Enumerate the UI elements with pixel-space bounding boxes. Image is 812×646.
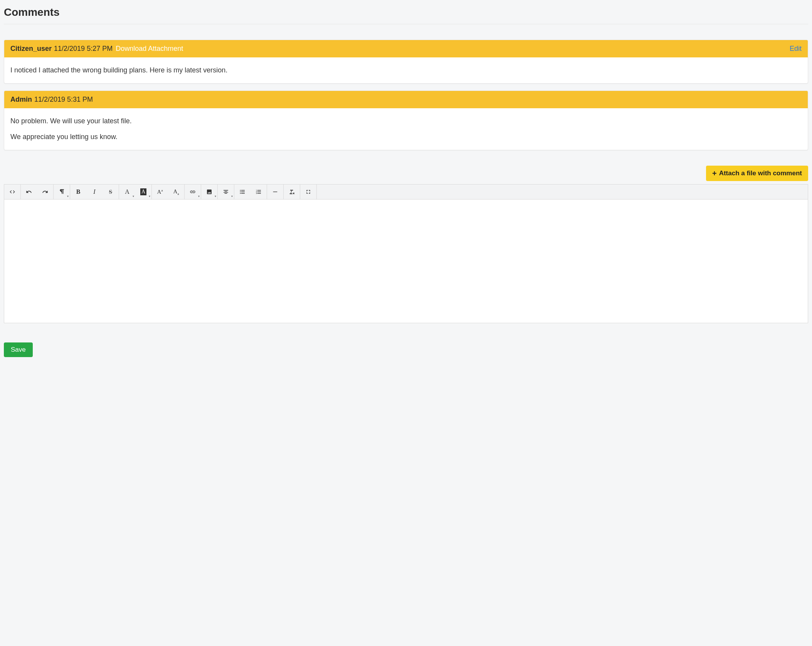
text-color-icon: A xyxy=(125,188,129,195)
ordered-list-icon xyxy=(256,189,262,195)
comment-text: We appreciate you letting us know. xyxy=(10,132,802,142)
chevron-down-icon: ▾ xyxy=(67,195,69,198)
comment-text: No problem. We will use your latest file… xyxy=(10,116,802,126)
back-color-icon: A xyxy=(140,188,146,195)
paragraph-icon xyxy=(59,189,65,195)
align-button[interactable]: ▾ xyxy=(218,185,234,199)
chevron-down-icon: ▾ xyxy=(215,195,216,198)
ordered-list-button[interactable] xyxy=(250,185,267,199)
unordered-list-icon xyxy=(239,189,245,195)
editor-toolbar: ▾ B I S A ▾ A ▾ Aa Aa xyxy=(4,185,808,200)
align-icon xyxy=(223,189,229,195)
comment-date: 11/2/2019 5:27 PM xyxy=(54,45,113,53)
comment-author: Admin xyxy=(10,96,32,104)
undo-icon xyxy=(26,189,32,195)
attach-file-button[interactable]: + Attach a file with comment xyxy=(706,166,808,181)
paragraph-format-button[interactable]: ▾ xyxy=(54,185,70,199)
comment-date: 11/2/2019 5:31 PM xyxy=(34,96,93,104)
comment-header: Citizen_user 11/2/2019 5:27 PM Download … xyxy=(4,40,808,57)
strikethrough-button[interactable]: S xyxy=(103,185,119,199)
comment-author: Citizen_user xyxy=(10,45,52,53)
attach-file-label: Attach a file with comment xyxy=(719,169,802,177)
chevron-down-icon: ▾ xyxy=(133,195,134,198)
fullscreen-icon xyxy=(305,189,311,195)
chevron-down-icon: ▾ xyxy=(231,195,233,198)
italic-button[interactable]: I xyxy=(86,185,103,199)
subscript-button[interactable]: Aa xyxy=(168,185,184,199)
text-color-button[interactable]: A ▾ xyxy=(119,185,135,199)
download-attachment-link[interactable]: Download Attachment xyxy=(116,45,183,53)
redo-icon xyxy=(42,189,48,195)
comment-body: I noticed I attached the wrong building … xyxy=(4,57,808,83)
page-title: Comments xyxy=(4,4,808,24)
plus-icon: + xyxy=(712,169,717,177)
chevron-down-icon: ▾ xyxy=(149,195,150,198)
comment-card: Citizen_user 11/2/2019 5:27 PM Download … xyxy=(4,40,808,84)
code-icon xyxy=(9,189,15,195)
comment-body: No problem. We will use your latest file… xyxy=(4,108,808,150)
editor-textarea[interactable] xyxy=(4,200,808,323)
unordered-list-button[interactable] xyxy=(234,185,250,199)
comment-header: Admin 11/2/2019 5:31 PM xyxy=(4,91,808,108)
image-icon xyxy=(206,189,212,195)
horizontal-line-button[interactable] xyxy=(267,185,283,199)
clear-formatting-button[interactable] xyxy=(284,185,300,199)
bold-button[interactable]: B xyxy=(70,185,86,199)
undo-button[interactable] xyxy=(21,185,37,199)
clear-format-icon xyxy=(289,189,295,195)
subscript-icon: Aa xyxy=(173,188,179,196)
horizontal-line-icon xyxy=(272,189,278,195)
superscript-icon: Aa xyxy=(157,188,163,195)
superscript-button[interactable]: Aa xyxy=(152,185,168,199)
insert-image-button[interactable]: ▾ xyxy=(201,185,217,199)
comment-text: I noticed I attached the wrong building … xyxy=(10,65,802,76)
chevron-down-icon: ▾ xyxy=(198,195,200,198)
insert-link-button[interactable]: ▾ xyxy=(185,185,201,199)
link-icon xyxy=(190,189,196,195)
edit-comment-link[interactable]: Edit xyxy=(790,45,802,53)
save-button[interactable]: Save xyxy=(4,342,33,357)
rich-text-editor: ▾ B I S A ▾ A ▾ Aa Aa xyxy=(4,184,808,323)
fullscreen-button[interactable] xyxy=(300,185,316,199)
code-view-button[interactable] xyxy=(4,185,20,199)
redo-button[interactable] xyxy=(37,185,53,199)
background-color-button[interactable]: A ▾ xyxy=(135,185,151,199)
comment-card: Admin 11/2/2019 5:31 PM No problem. We w… xyxy=(4,91,808,150)
